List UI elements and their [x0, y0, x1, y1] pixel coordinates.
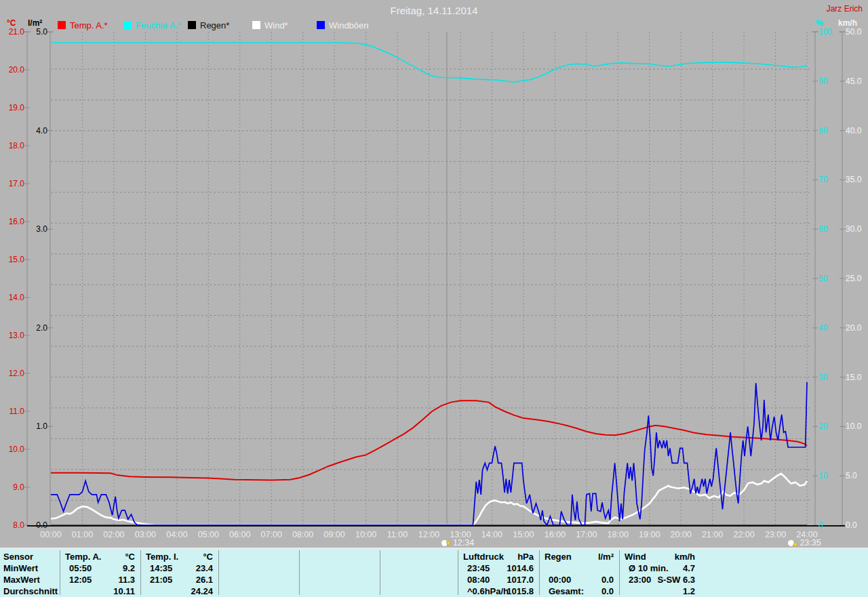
- axis-tick-label: 60: [818, 225, 842, 233]
- weather-chart-plot: [0, 0, 868, 549]
- axis-tick-label: 50: [818, 274, 842, 283]
- table-cell: °C: [140, 551, 213, 562]
- axis-tick-label: 15.0: [846, 373, 868, 382]
- x-axis-hour-label: 19:00: [634, 530, 665, 539]
- axis-tick-label: 40: [818, 324, 842, 332]
- x-axis-hour-label: 18:00: [602, 530, 633, 539]
- x-axis-hour-label: 04:00: [161, 530, 193, 539]
- table-cell: km/h: [619, 551, 695, 562]
- axis-tick-label: 0.0: [846, 521, 868, 529]
- axis-tick-label: 9.0: [1, 483, 24, 491]
- x-axis-hour-label: 23:00: [760, 530, 791, 539]
- axis-tick-label: 90: [818, 77, 842, 85]
- axis-tick-label: 10: [818, 472, 842, 480]
- axis-tick-label: 70: [818, 176, 842, 184]
- summary-table: SensorMinWertMaxWertDurchschnittTemp. A.…: [0, 549, 868, 597]
- table-row-label: Sensor: [3, 551, 58, 562]
- x-axis-hour-label: 05:00: [193, 530, 224, 539]
- axis-tick-label: 4.0: [27, 127, 47, 135]
- axis-tick-label: 5.0: [846, 472, 868, 480]
- table-row-label: MaxWert: [3, 574, 58, 585]
- table-cell: 1.2: [619, 585, 695, 597]
- arrow-up-icon: ▲: [791, 539, 798, 547]
- x-axis-hour-label: 09:00: [319, 530, 350, 539]
- x-axis-hour-label: 16:00: [539, 530, 570, 539]
- moonrise-marker: ▲23:35: [788, 538, 821, 548]
- axis-tick-label: 16.0: [1, 218, 24, 226]
- x-axis-hour-label: 01:00: [66, 530, 98, 539]
- table-column-divider: [218, 550, 219, 595]
- table-cell: 10.11: [60, 585, 135, 597]
- table-cell: 23.4: [140, 562, 213, 574]
- table-row-label: MinWert: [3, 562, 58, 574]
- axis-tick-label: 20.0: [1, 66, 24, 74]
- x-axis-hour-label: 11:00: [382, 530, 413, 539]
- table-column-divider: [380, 550, 380, 595]
- x-axis-hour-label: 15:00: [508, 530, 539, 539]
- axis-tick-label: 15.0: [1, 255, 24, 264]
- axis-tick-label: 20.0: [846, 324, 868, 332]
- x-axis-hour-label: 21:00: [697, 530, 728, 539]
- moon-time-label: 12:34: [453, 538, 474, 548]
- axis-tick-label: 10.0: [1, 445, 24, 453]
- axis-tick-label: 18.0: [1, 142, 24, 150]
- axis-tick-label: 5.0: [27, 28, 47, 36]
- axis-tick-label: 30: [818, 373, 842, 382]
- x-axis-hour-label: 08:00: [288, 530, 319, 539]
- axis-tick-label: 1.0: [27, 422, 47, 430]
- axis-tick-label: 40.0: [846, 127, 868, 135]
- table-column-divider: [299, 550, 300, 595]
- table-cell: S-SW 6.3: [619, 574, 695, 585]
- axis-tick-label: 17.0: [1, 180, 24, 188]
- axis-tick-label: 35.0: [846, 176, 868, 184]
- table-cell: 9.2: [60, 562, 135, 574]
- axis-tick-label: 20: [818, 422, 842, 430]
- x-axis-hour-label: 03:00: [130, 530, 161, 539]
- axis-tick-label: 13.0: [1, 331, 24, 339]
- table-cell: 0.0: [539, 574, 614, 585]
- table-cell: 26.1: [140, 574, 213, 585]
- table-cell: 1015.8: [458, 585, 534, 597]
- axis-tick-label: 50.0: [846, 28, 868, 36]
- table-cell: l/m²: [539, 551, 614, 562]
- x-axis-hour-label: 06:00: [224, 530, 256, 539]
- x-axis-hour-label: 22:00: [728, 530, 760, 539]
- table-cell: 11.3: [60, 574, 135, 585]
- x-axis-hour-label: 07:00: [256, 530, 287, 539]
- axis-tick-label: 25.0: [846, 274, 868, 283]
- x-axis-hour-label: 20:00: [665, 530, 696, 539]
- axis-tick-label: 2.0: [27, 324, 47, 332]
- axis-tick-label: 8.0: [1, 521, 24, 529]
- x-axis-hour-label: 02:00: [98, 530, 130, 539]
- x-axis-hour-label: 14:00: [476, 530, 507, 539]
- table-cell: °C: [60, 551, 135, 562]
- x-axis-hour-label: 12:00: [414, 530, 445, 539]
- arrow-down-icon: ▼: [445, 539, 452, 547]
- axis-tick-label: 45.0: [846, 77, 868, 85]
- x-axis-hour-label: 00:00: [35, 530, 66, 539]
- table-row-label: Durchschnitt: [3, 585, 58, 597]
- axis-tick-label: 12.0: [1, 369, 24, 377]
- axis-tick-label: 10.0: [846, 422, 868, 430]
- table-cell: hPa: [458, 551, 534, 562]
- x-axis-hour-label: 17:00: [571, 530, 602, 539]
- table-cell: 1014.6: [458, 562, 534, 574]
- axis-tick-label: 30.0: [846, 225, 868, 233]
- axis-tick-label: 3.0: [27, 225, 47, 233]
- axis-tick-label: 0: [818, 521, 842, 529]
- table-cell: 1017.0: [458, 574, 534, 585]
- weather-station-window: Freitag, 14.11.2014 Jarz Erich Temp. A.*…: [0, 0, 868, 597]
- axis-tick-label: 19.0: [1, 104, 24, 112]
- table-cell: 4.7: [619, 562, 695, 574]
- axis-tick-label: 80: [818, 127, 842, 135]
- moon-time-label: 23:35: [800, 538, 821, 548]
- axis-tick-label: 14.0: [1, 293, 24, 302]
- x-axis-hour-label: 10:00: [351, 530, 382, 539]
- axis-tick-label: 0.0: [27, 521, 47, 529]
- axis-tick-label: 11.0: [1, 407, 24, 415]
- table-cell: 0.0: [539, 585, 614, 597]
- axis-tick-label: 21.0: [1, 28, 24, 36]
- moonset-marker: ▼12:34: [441, 538, 474, 548]
- table-cell: 24.24: [140, 585, 213, 597]
- axis-tick-label: 100: [818, 28, 842, 36]
